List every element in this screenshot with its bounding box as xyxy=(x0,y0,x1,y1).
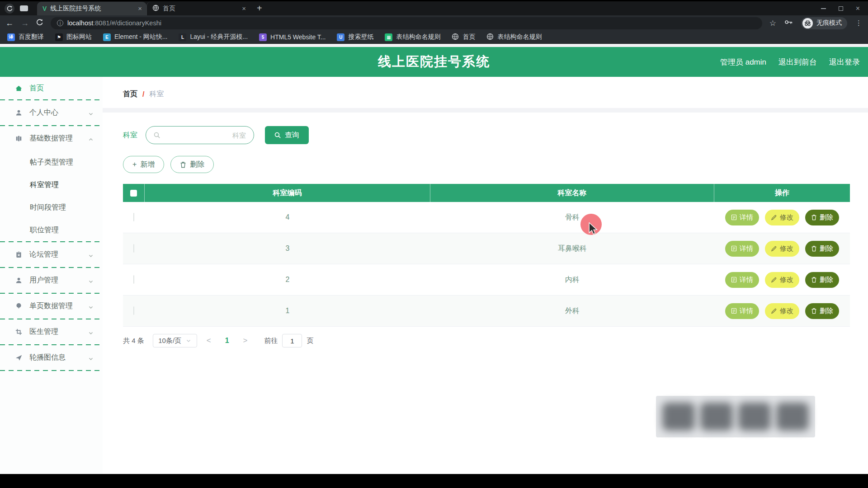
bookmark-item[interactable]: U搜索壁纸 xyxy=(337,33,373,41)
new-tab-button[interactable]: + xyxy=(257,3,262,14)
bookmark-item[interactable]: ▦表结构命名规则 xyxy=(385,33,440,41)
edit-icon xyxy=(771,245,777,252)
sidebar-subitem[interactable]: 帖子类型管理 xyxy=(0,151,103,174)
edit-button[interactable]: 修改 xyxy=(765,210,799,225)
breadcrumb-home[interactable]: 首页 xyxy=(123,89,137,99)
bookmark-label: 表结构命名规则 xyxy=(396,33,440,41)
row-checkbox[interactable] xyxy=(133,213,134,221)
department-code-cell: 1 xyxy=(145,307,430,315)
exit-to-front-link[interactable]: 退出到前台 xyxy=(778,57,817,67)
table-row: 1外科详情修改删除 xyxy=(123,296,850,327)
globe-favicon-icon xyxy=(152,5,159,13)
element-icon: E xyxy=(103,33,111,41)
table-row: 4骨科详情修改删除 xyxy=(123,202,850,233)
bookmark-item[interactable]: 首页 xyxy=(452,33,475,42)
chevron-down-icon xyxy=(88,304,94,309)
menu-kebab-icon[interactable]: ⋮ xyxy=(855,19,863,27)
page-size-select[interactable]: 10条/页 xyxy=(153,334,197,347)
sidebar-item-6[interactable]: 医生管理 xyxy=(0,319,103,344)
bookmark-label: 图标网站 xyxy=(66,33,92,41)
bookmark-item[interactable]: ⚑图标网站 xyxy=(55,33,92,41)
bookmark-item[interactable]: 表结构命名规则 xyxy=(486,33,542,42)
sidebar-item-5[interactable]: 单页数据管理 xyxy=(0,294,103,319)
sidebar-subitem[interactable]: 职位管理 xyxy=(0,219,103,241)
select-all-checkbox[interactable] xyxy=(130,190,137,197)
detail-button[interactable]: 详情 xyxy=(725,303,759,319)
watermark-blob xyxy=(738,403,771,431)
delete-button[interactable]: 删除 xyxy=(805,241,839,257)
sidebar-item-3[interactable]: 论坛管理 xyxy=(0,242,103,267)
edit-button[interactable]: 修改 xyxy=(765,241,799,257)
next-page-button[interactable]: > xyxy=(240,336,251,345)
action-label: 删除 xyxy=(820,213,833,222)
incognito-badge[interactable]: 无痕模式 xyxy=(801,17,847,29)
refresh-icon[interactable] xyxy=(36,19,43,28)
sidebar-item-label: 基础数据管理 xyxy=(29,134,73,143)
bookmark-item[interactable]: 5HTML5 Website T... xyxy=(259,33,326,41)
bookmark-label: Layui - 经典开源模... xyxy=(190,33,248,41)
logout-link[interactable]: 退出登录 xyxy=(829,57,860,67)
detail-button[interactable]: 详情 xyxy=(725,241,759,257)
delete-button[interactable]: 删除 xyxy=(805,303,839,319)
sidebar-item-2[interactable]: 基础数据管理 xyxy=(0,126,103,151)
bookmark-star-icon[interactable]: ☆ xyxy=(769,19,776,28)
sidebar-item-label: 论坛管理 xyxy=(29,250,58,259)
sidebar-item-0[interactable]: 首页 xyxy=(0,77,103,99)
sidebar-subitem[interactable]: 时间段管理 xyxy=(0,196,103,219)
site-info-icon[interactable] xyxy=(57,20,63,26)
row-checkbox[interactable] xyxy=(133,306,134,315)
prev-page-button[interactable]: < xyxy=(203,336,215,345)
sidebar-item-label: 轮播图信息 xyxy=(29,353,66,362)
maximize-button[interactable] xyxy=(839,6,843,11)
sidebar-item-label: 用户管理 xyxy=(29,276,58,285)
sheet-icon: ▦ xyxy=(385,33,392,41)
close-window-button[interactable]: × xyxy=(856,6,860,11)
delete-button[interactable]: 删除 xyxy=(805,210,839,225)
bookmark-item[interactable]: LLayui - 经典开源模... xyxy=(179,33,248,41)
goto-page-input[interactable] xyxy=(282,334,302,347)
detail-icon xyxy=(731,214,737,221)
admin-user-label[interactable]: 管理员 admin xyxy=(720,57,766,67)
row-checkbox[interactable] xyxy=(133,244,134,253)
minimize-button[interactable] xyxy=(821,8,826,9)
edit-button[interactable]: 修改 xyxy=(765,272,799,288)
forward-icon[interactable]: → xyxy=(21,19,29,28)
detail-button[interactable]: 详情 xyxy=(725,272,759,288)
home-icon xyxy=(15,84,23,92)
app-header: 线上医院挂号系统 管理员 admin 退出到前台 退出登录 xyxy=(0,47,868,77)
department-code-cell: 4 xyxy=(145,213,430,221)
sidebar-item-4[interactable]: 用户管理 xyxy=(0,268,103,293)
browser-tab-active[interactable]: V 线上医院挂号系统 × xyxy=(37,2,146,15)
sidebar: 首页个人中心基础数据管理帖子类型管理科室管理时间段管理职位管理论坛管理用户管理单… xyxy=(0,77,103,474)
pagination-total: 共 4 条 xyxy=(123,337,144,345)
current-page[interactable]: 1 xyxy=(221,337,234,345)
back-icon[interactable]: ← xyxy=(5,19,14,28)
goto-label: 前往 xyxy=(264,337,278,345)
browser-tab-2[interactable]: 首页 × xyxy=(146,2,250,15)
detail-button[interactable]: 详情 xyxy=(725,210,759,225)
tab-close-icon[interactable]: × xyxy=(242,5,246,12)
sidebar-item-label: 单页数据管理 xyxy=(29,301,73,311)
address-bar[interactable]: localhost:8081/#/dictionaryKeshi xyxy=(51,17,762,29)
edit-button[interactable]: 修改 xyxy=(765,303,799,319)
row-actions: 详情修改删除 xyxy=(714,272,850,288)
tab-close-icon[interactable]: × xyxy=(138,5,142,12)
section-divider xyxy=(103,108,868,113)
key-icon[interactable] xyxy=(784,19,793,27)
chevron-down-icon xyxy=(186,338,191,343)
sidebar-item-1[interactable]: 个人中心 xyxy=(0,100,103,125)
tab-title: 首页 xyxy=(163,5,238,13)
bookmark-item[interactable]: EElement - 网站快... xyxy=(103,33,167,41)
chevron-down-icon xyxy=(88,110,94,116)
search-input[interactable] xyxy=(164,131,246,139)
add-button[interactable]: + 新增 xyxy=(123,156,164,173)
bookmark-item[interactable]: 译百度翻译 xyxy=(7,33,44,41)
delete-button[interactable]: 删除 xyxy=(805,272,839,288)
delete-selected-button[interactable]: 删除 xyxy=(170,156,214,173)
row-checkbox[interactable] xyxy=(133,275,134,284)
column-header-code: 科室编码 xyxy=(145,184,430,202)
sidebar-subitem[interactable]: 科室管理 xyxy=(0,174,103,196)
query-button[interactable]: 查询 xyxy=(265,126,309,144)
detail-icon xyxy=(731,245,737,252)
sidebar-item-7[interactable]: 轮播图信息 xyxy=(0,345,103,370)
